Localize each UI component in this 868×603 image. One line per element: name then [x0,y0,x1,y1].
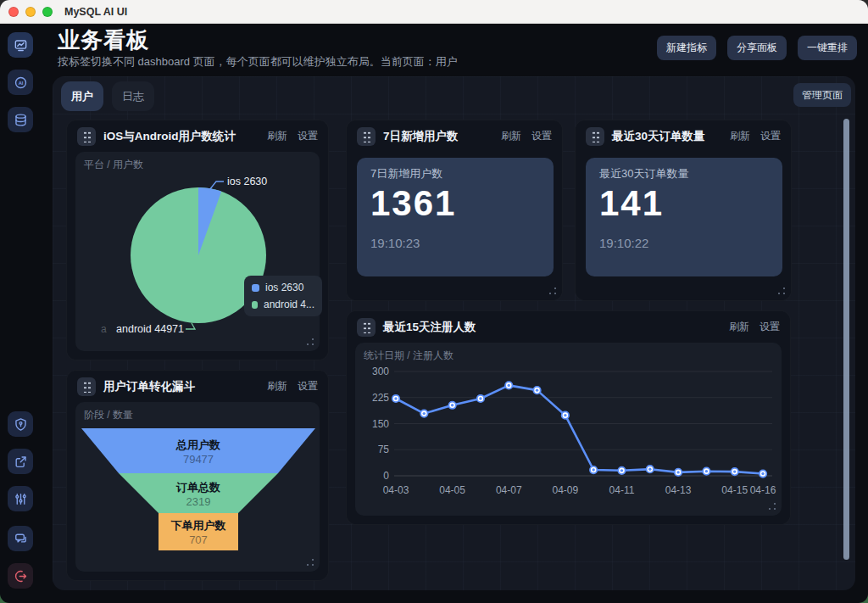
pie-legend[interactable]: ios 2630 android 4... [244,276,322,316]
sidebar-item-ai[interactable]: AI [8,70,33,95]
resize-handle[interactable] [767,503,776,511]
svg-text:04-13: 04-13 [665,484,692,496]
ai-assistant-icon: AI [14,75,28,90]
tab-users[interactable]: 用户 [61,81,103,111]
auto-arrange-button[interactable]: 一键重排 [798,36,857,60]
legend-label: ios 2630 [265,282,303,293]
stat-panel: 7日新增用户数 1361 19:10:23 [357,158,554,276]
svg-text:订单总数: 订单总数 [175,481,220,494]
settings-link[interactable]: 设置 [760,129,781,143]
security-shield-icon [14,417,28,432]
share-panel-button[interactable]: 分享面板 [727,36,787,60]
svg-text:04-03: 04-03 [383,484,409,496]
tab-logs[interactable]: 日志 [112,81,154,111]
resize-handle[interactable] [776,288,785,296]
svg-text:0: 0 [383,470,389,482]
svg-text:04-11: 04-11 [609,484,635,496]
dashboard-icon [14,38,28,53]
chart-meta-label: 平台 / 用户数 [84,158,143,172]
card-pie-users: iOS与Android用户数统计 刷新 设置 平台 / 用户数 ios 2630… [66,120,329,360]
legend-item-android[interactable]: android 4... [252,299,314,310]
legend-dot-ios [252,284,259,292]
sidebar-item-logout[interactable] [8,563,33,589]
svg-text:ios 2630: ios 2630 [227,176,267,187]
card-funnel-conversion: 用户订单转化漏斗 刷新 设置 阶段 / 数量 总用户数79477订单总数2319… [66,370,329,581]
stat-panel: 最近30天订单数量 141 19:10:22 [586,158,782,276]
header-actions: 新建指标 分享面板 一键重排 [657,36,857,60]
card-line-registrations: 最近15天注册人数 刷新 设置 统计日期 / 注册人数 075150225300… [346,310,791,525]
svg-text:2319: 2319 [186,495,211,508]
resize-handle[interactable] [548,288,556,296]
card-title: 最近30天订单数量 [612,129,705,144]
stat-timestamp: 19:10:22 [599,236,769,250]
scrollbar-thumb[interactable] [843,119,849,560]
settings-link[interactable]: 设置 [760,320,780,334]
drag-handle-icon[interactable] [586,127,604,146]
svg-text:225: 225 [372,392,389,404]
stat-timestamp: 19:10:23 [370,236,540,250]
svg-text:总用户数: 总用户数 [175,438,220,451]
svg-text:android 44971: android 44971 [116,323,184,335]
refresh-link[interactable]: 刷新 [501,129,521,143]
sidebar-item-security[interactable] [8,411,33,437]
page-title: 业务看板 [58,25,149,55]
chat-icon [14,532,28,546]
drag-handle-icon[interactable] [357,318,376,337]
card-stat-30d-orders: 最近30天订单数量 刷新 设置 最近30天订单数量 141 19:10:22 [575,120,792,301]
database-icon [14,113,28,127]
pie-chart-panel: 平台 / 用户数 ios 2630android 44971a ios 2630… [75,152,320,351]
svg-text:AI: AI [18,80,23,85]
card-title: 用户订单转化漏斗 [103,379,195,394]
resize-handle[interactable] [305,338,314,347]
card-title: 最近15天注册人数 [383,320,476,335]
svg-text:04-05: 04-05 [439,484,465,496]
share-export-icon [14,455,28,469]
svg-text:75: 75 [378,444,390,455]
settings-link[interactable]: 设置 [298,129,318,143]
funnel-chart: 总用户数79477订单总数2319下单用户数707 [75,402,321,574]
refresh-link[interactable]: 刷新 [267,379,287,394]
resize-handle[interactable] [305,559,314,567]
drag-handle-icon[interactable] [77,377,96,396]
settings-link[interactable]: 设置 [298,379,318,394]
line-chart: 07515022530004-0304-0504-0704-0904-1104-… [355,343,783,520]
desktop: MySQL AI UI AI [0,0,868,603]
refresh-link[interactable]: 刷新 [730,129,750,143]
legend-item-ios[interactable]: ios 2630 [252,282,314,293]
svg-text:04-09: 04-09 [553,484,579,496]
app-window: MySQL AI UI AI [0,0,868,603]
settings-link[interactable]: 设置 [531,129,552,143]
sidebar-item-share[interactable] [8,449,33,474]
titlebar: MySQL AI UI [0,0,868,24]
manage-pages-button[interactable]: 管理页面 [793,83,851,107]
zoom-button[interactable] [42,7,53,17]
funnel-chart-panel: 阶段 / 数量 总用户数79477订单总数2319下单用户数707 [75,402,320,572]
sliders-icon [14,492,28,506]
minimize-button[interactable] [25,7,36,17]
svg-text:79477: 79477 [183,453,214,466]
window-title: MySQL AI UI [64,6,127,18]
dashboard-panel: 用户 日志 管理页面 iOS与Android用户数统计 刷新 设置 平台 / 用… [53,76,855,590]
sidebar-item-chat[interactable] [8,526,33,551]
logout-icon [14,569,28,583]
drag-handle-icon[interactable] [357,127,376,146]
sidebar-item-dashboard[interactable] [8,32,33,58]
sidebar-item-settings[interactable] [8,486,33,511]
svg-text:04-16: 04-16 [750,484,776,496]
sidebar-item-database[interactable] [8,107,33,132]
legend-dot-android [252,301,258,309]
refresh-link[interactable]: 刷新 [729,320,749,334]
new-metric-button[interactable]: 新建指标 [657,36,716,60]
chart-meta-label: 统计日期 / 注册人数 [364,349,453,363]
card-title: iOS与Android用户数统计 [103,129,236,144]
page-subtitle: 按标签切换不同 dashboard 页面，每个页面都可以维护独立布局。当前页面：… [58,54,458,70]
legend-label: android 4... [264,299,314,310]
close-button[interactable] [8,7,19,17]
svg-text:707: 707 [189,533,208,546]
drag-handle-icon[interactable] [77,127,96,146]
card-stat-7d-users: 7日新增用户数 刷新 设置 7日新增用户数 1361 19:10:23 [346,120,563,301]
svg-text:04-07: 04-07 [496,484,522,496]
refresh-link[interactable]: 刷新 [267,129,287,143]
svg-text:04-15: 04-15 [721,484,748,496]
svg-text:a: a [101,323,107,335]
